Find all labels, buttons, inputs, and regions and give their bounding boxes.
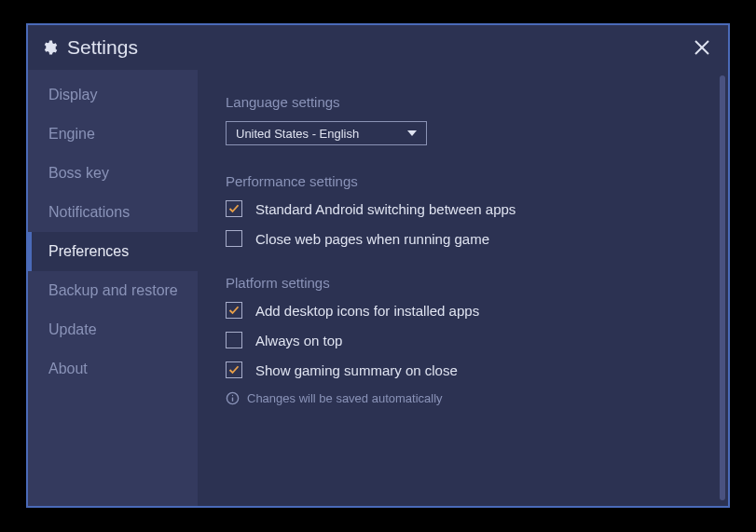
sidebar-item-notifications[interactable]: Notifications [28, 193, 198, 232]
checkbox-label: Always on top [255, 333, 342, 348]
checkbox-always-on-top[interactable]: Always on top [226, 332, 700, 348]
sidebar-item-preferences[interactable]: Preferences [28, 232, 198, 271]
sidebar-item-engine[interactable]: Engine [28, 115, 198, 154]
svg-point-4 [232, 395, 233, 396]
sidebar: Display Engine Boss key Notifications Pr… [28, 70, 198, 506]
language-section-title: Language settings [226, 94, 700, 110]
platform-section: Platform settings Add desktop icons for … [226, 275, 700, 405]
performance-section: Performance settings Standard Android sw… [226, 173, 700, 247]
scrollbar[interactable] [720, 75, 725, 500]
close-button[interactable] [689, 34, 715, 61]
close-icon [694, 39, 710, 56]
sidebar-item-update[interactable]: Update [28, 310, 198, 349]
sidebar-item-about[interactable]: About [28, 349, 198, 389]
info-row: Changes will be saved automatically [226, 391, 700, 405]
checkbox-label: Close web pages when running game [255, 231, 489, 247]
settings-window: Settings Display Engine Boss key Notific… [26, 23, 730, 508]
checkbox-box [226, 332, 242, 348]
sidebar-item-boss-key[interactable]: Boss key [28, 154, 198, 193]
checkbox-box [226, 302, 242, 319]
checkbox-label: Add desktop icons for installed apps [255, 303, 479, 319]
checkbox-box [226, 200, 242, 217]
checkbox-box [226, 361, 242, 378]
performance-section-title: Performance settings [226, 173, 700, 189]
language-section: Language settings United States - Englis… [226, 94, 700, 145]
info-icon [226, 391, 240, 405]
info-text: Changes will be saved automatically [247, 391, 443, 405]
checkbox-close-web-pages[interactable]: Close web pages when running game [226, 230, 700, 247]
language-select[interactable]: United States - English [226, 121, 427, 145]
gear-icon [41, 39, 58, 56]
titlebar: Settings [28, 25, 728, 70]
checkbox-label: Standard Android switching between apps [255, 201, 515, 217]
checkbox-gaming-summary[interactable]: Show gaming summary on close [226, 361, 700, 378]
sidebar-item-backup-restore[interactable]: Backup and restore [28, 271, 198, 310]
sidebar-item-display[interactable]: Display [28, 75, 198, 115]
platform-section-title: Platform settings [226, 275, 700, 291]
window-title: Settings [67, 36, 689, 59]
window-body: Display Engine Boss key Notifications Pr… [28, 70, 728, 506]
checkbox-box [226, 230, 242, 247]
checkbox-label: Show gaming summary on close [255, 362, 458, 378]
content-pane: Language settings United States - Englis… [198, 70, 728, 506]
language-select-value: United States - English [236, 127, 359, 141]
chevron-down-icon [407, 130, 417, 136]
checkbox-desktop-icons[interactable]: Add desktop icons for installed apps [226, 302, 700, 319]
checkbox-standard-android-switching[interactable]: Standard Android switching between apps [226, 200, 700, 217]
